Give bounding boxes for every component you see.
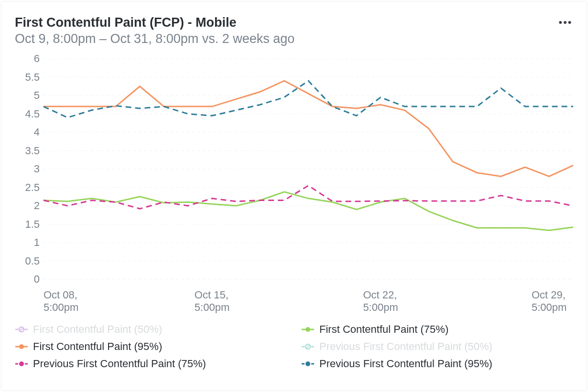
y-tick-label: 1 xyxy=(34,236,40,249)
y-tick-label: 3.5 xyxy=(25,145,40,157)
legend-item-prev_p95[interactable]: Previous First Contentful Paint (95%) xyxy=(301,358,573,370)
card-header: First Contentful Paint (FCP) - Mobile Oc… xyxy=(15,15,573,48)
legend-swatch-icon xyxy=(15,342,28,351)
y-tick-label: 4.5 xyxy=(25,108,40,120)
y-tick-label: 3 xyxy=(34,163,40,175)
svg-point-26 xyxy=(305,361,310,366)
legend-label: Previous First Contentful Paint (50%) xyxy=(319,340,492,353)
legend-label: First Contentful Paint (50%) xyxy=(33,323,162,336)
y-tick-label: 2 xyxy=(34,200,40,212)
legend-swatch-icon xyxy=(301,325,315,334)
chart-title: First Contentful Paint (FCP) - Mobile xyxy=(15,15,558,30)
legend-item-prev_p75[interactable]: Previous First Contentful Paint (75%) xyxy=(15,358,287,370)
y-tick-label: 5.5 xyxy=(25,71,40,84)
legend-label: First Contentful Paint (75%) xyxy=(319,323,448,336)
titles: First Contentful Paint (FCP) - Mobile Oc… xyxy=(15,15,558,48)
y-tick-label: 5 xyxy=(34,89,40,102)
svg-point-19 xyxy=(19,344,24,349)
series-line-p95 xyxy=(44,81,573,176)
legend-label: First Contentful Paint (95%) xyxy=(33,340,162,353)
y-tick-label: 6 xyxy=(34,53,40,65)
legend: First Contentful Paint (50%)First Conten… xyxy=(15,323,573,370)
x-tick-label: Oct 08,5:00pm xyxy=(44,289,78,314)
legend-item-p50[interactable]: First Contentful Paint (50%) xyxy=(15,323,287,336)
legend-item-prev_p50[interactable]: Previous First Contentful Paint (50%) xyxy=(301,340,573,353)
x-tick-label: Oct 22,5:00pm xyxy=(363,289,398,314)
legend-label: Previous First Contentful Paint (75%) xyxy=(33,358,206,370)
ellipsis-icon: ••• xyxy=(558,16,572,29)
plot-svg xyxy=(44,59,573,279)
x-axis: Oct 08,5:00pmOct 15,5:00pmOct 22,5:00pmO… xyxy=(44,289,573,313)
legend-label: Previous First Contentful Paint (95%) xyxy=(319,358,492,370)
y-axis: 00.511.522.533.544.555.56 xyxy=(15,59,44,312)
legend-swatch-icon xyxy=(301,359,315,369)
more-options-button[interactable]: ••• xyxy=(558,15,573,30)
svg-point-24 xyxy=(19,361,24,366)
series-line-prev_p75 xyxy=(44,186,573,209)
legend-item-p75[interactable]: First Contentful Paint (75%) xyxy=(301,323,573,336)
x-tick-label: Oct 29,5:00pm xyxy=(532,289,566,314)
chart-card: First Contentful Paint (FCP) - Mobile Oc… xyxy=(1,1,587,391)
legend-item-p95[interactable]: First Contentful Paint (95%) xyxy=(15,340,287,353)
svg-point-17 xyxy=(305,327,310,332)
y-tick-label: 0 xyxy=(34,273,40,286)
legend-swatch-icon xyxy=(15,325,28,334)
y-tick-label: 2.5 xyxy=(25,181,40,194)
legend-swatch-icon xyxy=(301,342,315,351)
series-line-prev_p95 xyxy=(44,81,573,117)
chart-area: 00.511.522.533.544.555.56 Oct 08,5:00pmO… xyxy=(15,59,573,312)
chart-subtitle: Oct 9, 8:00pm – Oct 31, 8:00pm vs. 2 wee… xyxy=(15,30,558,48)
y-tick-label: 4 xyxy=(34,126,40,138)
legend-swatch-icon xyxy=(15,359,28,369)
plot-area xyxy=(44,59,573,279)
y-tick-label: 0.5 xyxy=(25,255,40,267)
x-tick-label: Oct 15,5:00pm xyxy=(195,289,229,314)
y-tick-label: 1.5 xyxy=(25,218,40,231)
